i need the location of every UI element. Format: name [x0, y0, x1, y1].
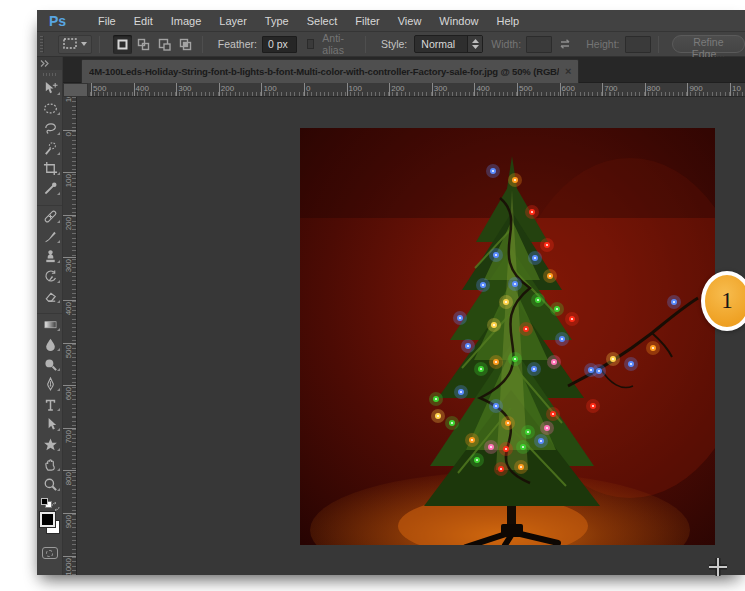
panel-header[interactable] [37, 57, 62, 70]
pen-tool[interactable] [37, 374, 63, 394]
ruler-tick [560, 83, 561, 96]
width-input[interactable] [526, 36, 552, 53]
caret-down-icon [81, 42, 87, 46]
ruler-label: 700 [604, 84, 617, 93]
ruler-tick [63, 556, 76, 557]
menu-layer[interactable]: Layer [210, 10, 256, 32]
options-bar-grip[interactable] [40, 36, 44, 53]
menu-type[interactable]: Type [256, 10, 298, 32]
ruler-label: 100 [349, 84, 362, 93]
photo-image[interactable] [300, 128, 715, 545]
document-tab[interactable]: 4M-100Leds-Holiday-String-font-b-lights-… [81, 59, 579, 83]
add-to-selection-button[interactable] [134, 35, 153, 54]
menu-view[interactable]: View [389, 10, 431, 32]
type-tool[interactable] [37, 394, 63, 414]
subtract-from-selection-button[interactable] [155, 35, 174, 54]
quick-selection-tool[interactable] [37, 138, 63, 158]
intersect-selection-button[interactable] [176, 35, 195, 54]
ruler-label: 400 [136, 84, 149, 93]
gradient-tool[interactable] [37, 313, 63, 334]
ruler-tick [63, 343, 76, 344]
history-brush-tool[interactable] [37, 266, 63, 286]
ruler-label: 500 [519, 84, 532, 93]
tab-close-icon[interactable]: × [565, 66, 571, 77]
hand-tool[interactable] [37, 454, 63, 474]
ruler-tick [730, 83, 731, 96]
custom-shape-tool[interactable] [37, 434, 63, 454]
ruler-label: 800 [64, 472, 73, 485]
lasso-tool[interactable] [37, 118, 63, 138]
vertical-ruler[interactable]: 10001002003004005006007008009001000 [63, 97, 77, 575]
ruler-label: 700 [64, 430, 73, 443]
zoom-tool[interactable] [37, 474, 63, 494]
ruler-origin-box[interactable] [63, 83, 88, 97]
ruler-tick [432, 83, 433, 96]
crop-tool[interactable] [37, 158, 63, 178]
feather-input[interactable]: 0 px [262, 36, 297, 53]
eraser-tool[interactable] [37, 286, 63, 306]
menu-edit[interactable]: Edit [125, 10, 162, 32]
ruler-label: 300 [64, 259, 73, 272]
menu-file[interactable]: File [89, 10, 125, 32]
menu-window[interactable]: Window [430, 10, 487, 32]
ruler-label: 10 [732, 84, 741, 93]
ruler-label: 400 [476, 84, 489, 93]
separator [365, 36, 366, 53]
ruler-label: 400 [64, 302, 73, 315]
separator [202, 36, 203, 53]
ruler-tick [347, 83, 348, 96]
ruler-label: 0 [64, 132, 73, 136]
ruler-label: 300 [178, 84, 191, 93]
default-colors-icon[interactable] [41, 498, 48, 505]
dodge-tool[interactable] [37, 354, 63, 374]
swap-width-height-icon[interactable] [558, 39, 572, 49]
ruler-label: 100 [64, 174, 73, 187]
tool-preset-picker[interactable] [58, 35, 92, 54]
separator [99, 36, 100, 53]
ruler-label: 1000 [64, 558, 73, 575]
ruler-tick [261, 83, 262, 96]
menu-filter[interactable]: Filter [346, 10, 388, 32]
style-dropdown[interactable]: Normal [414, 35, 483, 53]
eyedropper-tool[interactable] [37, 178, 63, 198]
height-input[interactable] [625, 36, 651, 53]
feather-label: Feather: [218, 38, 257, 50]
quick-mask-button[interactable] [42, 547, 58, 559]
menu-items: FileEditImageLayerTypeSelectFilterViewWi… [89, 10, 528, 32]
ruler-label: 200 [221, 84, 234, 93]
ruler-label: 300 [434, 84, 447, 93]
selection-mode-buttons [113, 35, 195, 54]
menu-image[interactable]: Image [162, 10, 211, 32]
blur-tool[interactable] [37, 334, 63, 354]
width-label: Width: [491, 38, 521, 50]
screenshot-page: Ps FileEditImageLayerTypeSelectFilterVie… [0, 0, 745, 591]
path-selection-tool[interactable] [37, 414, 63, 434]
menu-select[interactable]: Select [298, 10, 347, 32]
ruler-tick [63, 428, 76, 429]
clone-stamp-tool[interactable] [37, 246, 63, 266]
mini-color-controls [37, 496, 62, 509]
crosshair-cursor [706, 555, 730, 579]
horizontal-ruler[interactable]: 5004003002001000100200300400500600700800… [77, 83, 745, 97]
foreground-color-swatch[interactable] [40, 512, 55, 527]
brush-tool[interactable] [37, 226, 63, 246]
rectangular-marquee-icon [63, 38, 77, 51]
ruler-tick [602, 83, 603, 96]
tools-list [37, 78, 62, 494]
move-tool[interactable] [37, 78, 63, 98]
anti-alias-checkbox[interactable] [307, 39, 315, 49]
menu-bar: Ps FileEditImageLayerTypeSelectFilterVie… [37, 10, 745, 32]
healing-brush-tool[interactable] [37, 205, 63, 226]
ruler-tick [645, 83, 646, 96]
ruler-label: 900 [64, 515, 73, 528]
refine-edge-button[interactable]: Refine Edge... [672, 35, 745, 53]
elliptical-marquee-tool[interactable] [37, 98, 63, 118]
ruler-tick [517, 83, 518, 96]
menu-help[interactable]: Help [487, 10, 528, 32]
ruler-tick [219, 83, 220, 96]
document-tab-bar: 4M-100Leds-Holiday-String-font-b-lights-… [63, 57, 745, 83]
canvas-area[interactable]: 1 [77, 97, 745, 575]
style-label: Style: [381, 38, 407, 50]
new-selection-button[interactable] [113, 35, 132, 54]
panel-grip[interactable] [37, 70, 62, 78]
